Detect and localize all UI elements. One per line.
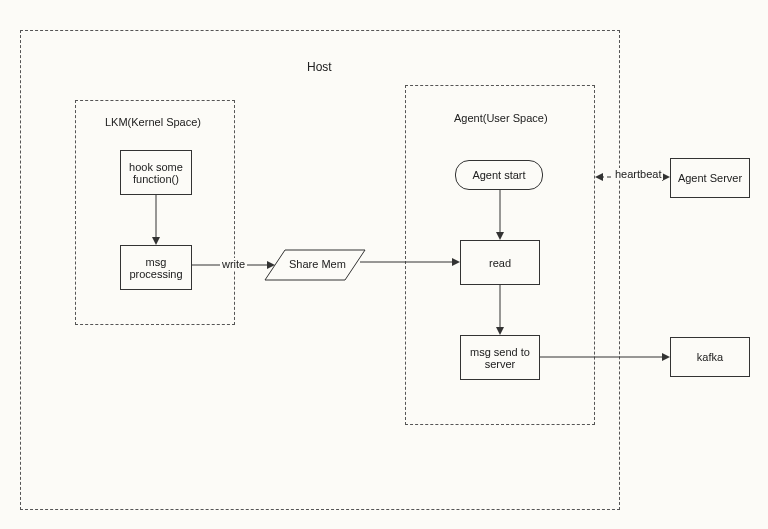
msg-processing-label: msg processing	[123, 256, 189, 280]
hook-function-box: hook some function()	[120, 150, 192, 195]
svg-marker-11	[662, 353, 670, 361]
hook-function-label: hook some function()	[123, 161, 189, 185]
kafka-box: kafka	[670, 337, 750, 377]
host-title: Host	[305, 60, 334, 74]
lkm-container	[75, 100, 235, 325]
agent-start-box: Agent start	[455, 160, 543, 190]
diagram-canvas: Host LKM(Kernel Space) hook some functio…	[0, 0, 768, 529]
agent-server-label: Agent Server	[678, 172, 742, 184]
agent-server-box: Agent Server	[670, 158, 750, 198]
write-edge-label: write	[220, 258, 247, 270]
share-mem-label: Share Mem	[287, 258, 348, 270]
agent-start-label: Agent start	[472, 169, 525, 181]
msg-processing-box: msg processing	[120, 245, 192, 290]
kafka-label: kafka	[697, 351, 723, 363]
read-label: read	[489, 257, 511, 269]
msg-send-label: msg send to server	[463, 346, 537, 370]
lkm-title: LKM(Kernel Space)	[103, 116, 203, 128]
read-box: read	[460, 240, 540, 285]
heartbeat-edge-label: heartbeat	[613, 168, 663, 180]
agent-title: Agent(User Space)	[452, 112, 550, 124]
msg-send-box: msg send to server	[460, 335, 540, 380]
